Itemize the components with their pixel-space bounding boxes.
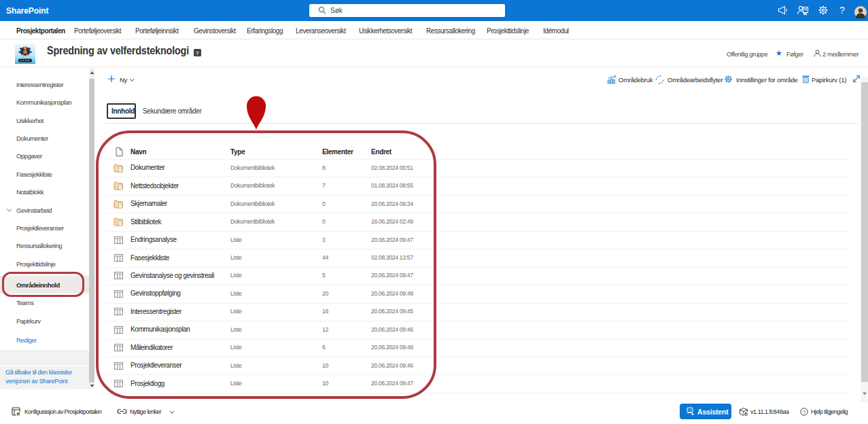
svg-text:T: T: [196, 50, 199, 56]
svg-text:?: ?: [803, 409, 805, 415]
